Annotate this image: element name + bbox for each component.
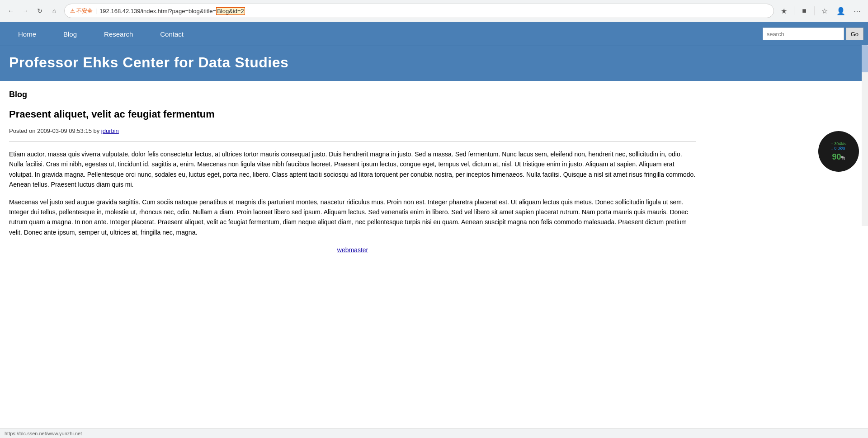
forward-button[interactable]: → [19, 5, 32, 17]
author-link[interactable]: jdurbin [101, 127, 119, 134]
warning-icon: ⚠ [70, 8, 75, 14]
more-button[interactable]: ⋯ [851, 5, 863, 17]
scrollbar-thumb[interactable] [862, 45, 868, 72]
post-date: Posted on 2009-03-09 09:53:15 by [9, 127, 101, 134]
download-speed: ↓ 0.3k/s [831, 146, 845, 151]
article-title: Praesent aliquet, velit ac feugiat ferme… [9, 108, 696, 120]
browser-chrome: ← → ↻ ⌂ ⚠ 不安全 | 192.168.42.139/index.htm… [0, 0, 868, 22]
cpu-percent: 90 [832, 152, 841, 162]
browser-toolbar: ← → ↻ ⌂ ⚠ 不安全 | 192.168.42.139/index.htm… [0, 0, 868, 22]
upload-speed: ↑ 394k/s [831, 141, 846, 146]
address-bar[interactable]: ⚠ 不安全 | 192.168.42.139/index.html?page=b… [64, 4, 774, 18]
scrollbar-track[interactable] [862, 45, 868, 226]
network-widget: ↑ 394k/s ↓ 0.3k/s 90 % [818, 131, 859, 172]
post-meta: Posted on 2009-03-09 09:53:15 by jdurbin [9, 127, 696, 142]
nav-blog[interactable]: Blog [50, 22, 90, 46]
site-title: Professor Ehks Center for Data Studies [9, 54, 859, 71]
main-content: Blog Praesent aliquet, velit ac feugiat … [0, 81, 705, 272]
search-area: Go [763, 28, 863, 40]
address-separator: | [95, 8, 97, 14]
back-button[interactable]: ← [5, 5, 17, 17]
paragraph-1: Etiam auctor, massa quis viverra vulputa… [9, 149, 696, 190]
webmaster-link[interactable]: webmaster [337, 246, 368, 254]
favorites-button[interactable]: ☆ [818, 5, 831, 17]
extensions-button[interactable]: ■ [798, 5, 811, 17]
star-button[interactable]: ★ [778, 5, 790, 17]
separator [794, 6, 794, 15]
site-navbar: Home Blog Research Contact Go [0, 22, 868, 46]
paragraph-2: Maecenas vel justo sed augue gravida sag… [9, 197, 696, 238]
site-header: Professor Ehks Center for Data Studies [0, 46, 868, 81]
nav-contact[interactable]: Contact [146, 22, 197, 46]
browser-actions: ★ ■ ☆ 👤 ⋯ [778, 5, 863, 17]
url-highlight: Blog&id=2 [216, 7, 245, 15]
reload-button[interactable]: ↻ [33, 5, 46, 17]
security-label: 不安全 [76, 7, 93, 15]
home-button[interactable]: ⌂ [48, 5, 61, 17]
separator2 [814, 6, 815, 15]
profile-button[interactable]: 👤 [835, 5, 847, 17]
go-button[interactable]: Go [846, 28, 863, 40]
post-body: Etiam auctor, massa quis viverra vulputa… [9, 149, 696, 237]
nav-research[interactable]: Research [90, 22, 146, 46]
section-title: Blog [9, 90, 696, 99]
webmaster-section: webmaster [9, 246, 696, 254]
nav-home[interactable]: Home [5, 22, 50, 46]
percent-sign: % [841, 155, 845, 160]
url-text: 192.168.42.139/index.html?page=blog&titl… [99, 8, 245, 14]
security-warning: ⚠ 不安全 [70, 7, 93, 15]
browser-nav-buttons: ← → ↻ ⌂ [5, 5, 61, 17]
search-input[interactable] [763, 28, 844, 40]
